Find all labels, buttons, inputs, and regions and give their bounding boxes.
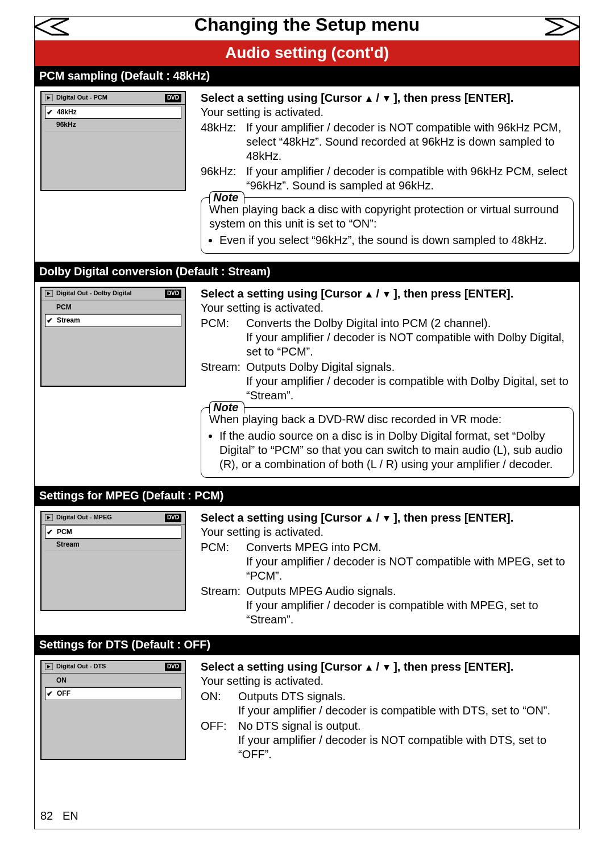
instruction-line: Select a setting using [Cursor / ], then… (201, 511, 574, 525)
definition-key: Stream: (201, 360, 242, 403)
activated-line: Your setting is activated. (201, 674, 574, 688)
cursor-down-icon (383, 95, 391, 103)
cursor-up-icon (365, 291, 373, 299)
cursor-down-icon (383, 664, 391, 672)
tv-option-label: 48kHz (57, 108, 77, 117)
svg-marker-0 (35, 19, 69, 35)
definition-row: PCM: Converts the Dolby Digital into PCM… (201, 316, 574, 359)
section-mpeg: Digital Out - MPEG DVD ✔ PCM Stream (35, 506, 579, 635)
instr-fragment: ], then press [ENTER]. (393, 660, 513, 673)
note-item: If the audio source on a disc is in Dolb… (219, 429, 566, 472)
check-icon: ✔ (47, 690, 53, 697)
section-heading-mpeg: Settings for MPEG (Default : PCM) (35, 486, 579, 506)
tv-option-label: PCM (57, 528, 72, 536)
note-box: Note When playing back a DVD-RW disc rec… (201, 407, 574, 478)
svg-marker-8 (366, 292, 372, 297)
tv-nav-icon (45, 290, 53, 297)
check-icon: ✔ (47, 317, 53, 324)
tv-option[interactable]: PCM (45, 301, 181, 314)
banner-arrow-left-icon (35, 18, 69, 36)
page-number: 82 EN (40, 809, 78, 823)
instruction-line: Select a setting using [Cursor / ], then… (201, 287, 574, 301)
svg-marker-17 (384, 665, 389, 671)
note-tab: Note (209, 191, 244, 204)
check-icon: ✔ (47, 109, 53, 116)
svg-marker-7 (47, 292, 51, 295)
svg-marker-11 (47, 516, 51, 519)
definition-value: Outputs DTS signals. If your amplifier /… (238, 689, 574, 718)
svg-marker-4 (366, 96, 372, 102)
chapter-banner: Changing the Setup menu (35, 13, 579, 38)
tv-option[interactable]: ✔ 48kHz (45, 106, 181, 119)
definition-row: Stream: Outputs Dolby Digital signals. I… (201, 360, 574, 403)
check-icon: ✔ (47, 528, 53, 536)
tv-option-label: PCM (56, 303, 72, 312)
definition-value: If your amplifier / decoder is compatibl… (246, 164, 574, 193)
tv-header: Digital Out - MPEG DVD (42, 512, 185, 524)
tv-title: Digital Out - MPEG (56, 514, 112, 522)
definition-key: 96kHz: (201, 164, 242, 193)
instruction-line: Select a setting using [Cursor / ], then… (201, 91, 574, 105)
tv-body: ✔ PCM Stream (42, 524, 185, 610)
cursor-down-icon (383, 515, 391, 523)
tv-option-label: OFF (57, 689, 70, 698)
tv-option-label: 96kHz (56, 121, 76, 129)
section-text: Select a setting using [Cursor / ], then… (201, 91, 574, 254)
page-lang: EN (63, 809, 78, 822)
cursor-up-icon (365, 515, 373, 523)
note-list: If the audio source on a disc is in Dolb… (219, 429, 566, 472)
tv-title: Digital Out - DTS (56, 663, 106, 671)
tv-nav-icon (45, 514, 53, 521)
definition-value: If your amplifier / decoder is NOT compa… (246, 121, 574, 163)
instruction-line: Select a setting using [Cursor / ], then… (201, 660, 574, 674)
note-box: Note When playing back a disc with copyr… (201, 197, 574, 254)
instr-fragment: / (376, 287, 383, 300)
tv-header: Digital Out - DTS DVD (42, 661, 185, 673)
note-tab: Note (209, 401, 244, 414)
section-heading-pcm: PCM sampling (Default : 48kHz) (35, 66, 579, 86)
tv-box-pcm: Digital Out - PCM DVD ✔ 48kHz 96kHz (40, 91, 186, 191)
activated-line: Your setting is activated. (201, 105, 574, 119)
tv-option[interactable]: ON (45, 675, 181, 687)
svg-marker-16 (366, 665, 372, 671)
cursor-up-icon (365, 664, 373, 672)
dvd-tag: DVD (165, 514, 181, 522)
definition-list: PCM: Converts the Dolby Digital into PCM… (201, 316, 574, 403)
section-heading-dts: Settings for DTS (Default : OFF) (35, 635, 579, 655)
instr-fragment: Select a setting using [Cursor (201, 287, 365, 300)
tv-option[interactable]: ✔ Stream (45, 314, 181, 327)
tv-body: ON ✔ OFF (42, 673, 185, 759)
svg-marker-5 (384, 96, 389, 102)
definition-row: 96kHz: If your amplifier / decoder is co… (201, 164, 574, 193)
definition-row: PCM: Converts MPEG into PCM. If your amp… (201, 540, 574, 583)
definition-key: ON: (201, 689, 234, 718)
tv-title: Digital Out - Dolby Digital (56, 290, 132, 297)
instr-fragment: ], then press [ENTER]. (393, 511, 513, 524)
section-text: Select a setting using [Cursor / ], then… (201, 660, 574, 762)
tv-option[interactable]: 96kHz (45, 119, 181, 131)
instr-fragment: Select a setting using [Cursor (201, 660, 365, 673)
dvd-tag: DVD (165, 94, 181, 102)
note-list: Even if you select “96kHz”, the sound is… (219, 233, 566, 247)
definition-list: 48kHz: If your amplifier / decoder is NO… (201, 121, 574, 193)
definition-value: No DTS signal is output. If your amplifi… (238, 719, 574, 762)
tv-header: Digital Out - PCM DVD (42, 92, 185, 105)
instr-fragment: / (376, 660, 383, 673)
tv-box-mpeg: Digital Out - MPEG DVD ✔ PCM Stream (40, 511, 186, 611)
tv-box-dts: Digital Out - DTS DVD ON ✔ OFF (40, 660, 186, 760)
tv-option-label: Stream (56, 540, 80, 549)
tv-option[interactable]: ✔ OFF (45, 687, 181, 700)
instr-fragment: Select a setting using [Cursor (201, 92, 365, 104)
section-dts: Digital Out - DTS DVD ON ✔ OFF (35, 655, 579, 770)
tv-option[interactable]: Stream (45, 539, 181, 551)
definition-key: Stream: (201, 584, 242, 627)
section-dolby: Digital Out - Dolby Digital DVD PCM ✔ St… (35, 282, 579, 486)
definition-value: Outputs Dolby Digital signals. If your a… (246, 360, 574, 403)
note-lead: When playing back a disc with copyright … (209, 202, 566, 231)
tv-option-label: Stream (57, 316, 80, 325)
instr-fragment: ], then press [ENTER]. (393, 287, 513, 300)
banner-arrow-right-icon (545, 18, 579, 36)
tv-option[interactable]: ✔ PCM (45, 526, 181, 539)
tv-nav-icon (45, 94, 53, 101)
definition-value: Converts the Dolby Digital into PCM (2 c… (246, 316, 574, 359)
